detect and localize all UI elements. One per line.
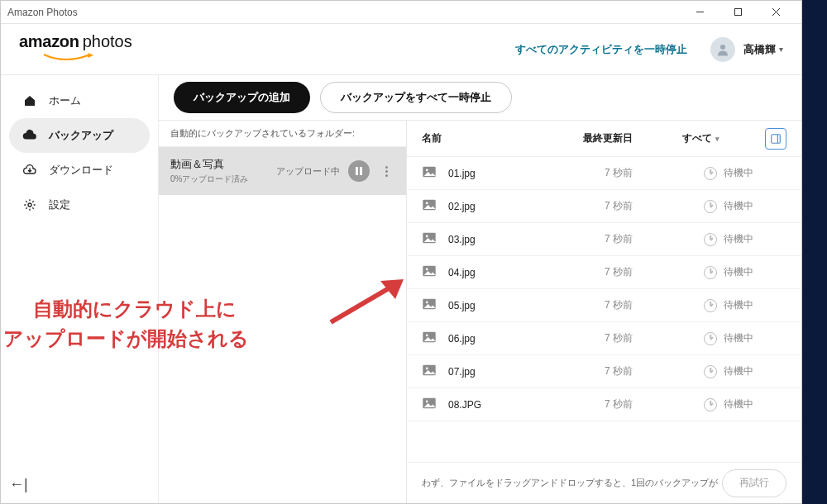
folder-panel: 自動的にバックアップされているフォルダー: 動画＆写真 0%アップロード済み ア… xyxy=(159,121,407,503)
smile-icon xyxy=(42,53,95,63)
cloud-icon xyxy=(22,128,37,143)
clock-icon xyxy=(704,233,717,246)
brand-photos: photos xyxy=(83,32,132,51)
svg-point-25 xyxy=(426,401,428,403)
pause-folder-button[interactable] xyxy=(348,160,370,182)
folder-more-button[interactable] xyxy=(378,166,394,177)
file-list-header: 名前 最終更新日 すべて ▾ xyxy=(407,121,801,157)
svg-point-23 xyxy=(426,368,428,370)
image-icon xyxy=(422,364,440,378)
image-icon xyxy=(422,331,440,345)
sidebar: ホーム バックアップ ダウンロード 設定 xyxy=(1,75,158,503)
file-row[interactable]: 04.jpg7 秒前待機中 xyxy=(407,256,801,289)
file-row[interactable]: 05.jpg7 秒前待機中 xyxy=(407,289,801,322)
chevron-down-icon[interactable]: ▾ xyxy=(779,45,783,54)
file-status: 待機中 xyxy=(704,331,786,345)
retry-button[interactable]: 再試行 xyxy=(722,469,786,497)
file-status: 待機中 xyxy=(704,265,786,279)
file-status: 待機中 xyxy=(704,397,786,411)
file-date: 7 秒前 xyxy=(605,397,704,411)
close-button[interactable] xyxy=(757,1,795,24)
file-status: 待機中 xyxy=(704,199,786,213)
file-date: 7 秒前 xyxy=(605,364,704,378)
sidebar-item-download[interactable]: ダウンロード xyxy=(9,153,150,188)
clock-icon xyxy=(704,266,717,279)
column-date[interactable]: 最終更新日 xyxy=(583,131,682,145)
panel-icon xyxy=(770,133,782,145)
file-name: 07.jpg xyxy=(448,366,605,378)
file-row[interactable]: 01.jpg7 秒前待機中 xyxy=(407,157,801,190)
home-icon xyxy=(22,93,37,108)
file-name: 02.jpg xyxy=(448,201,605,212)
sidebar-item-home[interactable]: ホーム xyxy=(9,83,150,118)
maximize-button[interactable] xyxy=(719,1,757,24)
add-backup-button[interactable]: バックアップの追加 xyxy=(174,82,310,113)
svg-point-11 xyxy=(426,169,428,172)
file-name: 08.JPG xyxy=(448,399,605,411)
maximize-icon xyxy=(734,7,743,17)
svg-rect-7 xyxy=(360,167,362,175)
titlebar: Amazon Photos xyxy=(1,1,801,24)
avatar[interactable] xyxy=(710,37,735,62)
header: amazon photos すべてのアクティビティを一時停止 高橋輝 ▾ xyxy=(1,24,801,75)
column-status-filter[interactable]: すべて ▾ xyxy=(682,131,765,145)
clock-icon xyxy=(704,167,717,180)
clock-icon xyxy=(704,200,717,213)
svg-rect-1 xyxy=(734,9,741,16)
file-row[interactable]: 07.jpg7 秒前待機中 xyxy=(407,355,801,388)
gear-icon xyxy=(22,197,37,212)
clock-icon xyxy=(704,398,717,411)
column-name[interactable]: 名前 xyxy=(422,131,583,145)
file-row[interactable]: 02.jpg7 秒前待機中 xyxy=(407,190,801,223)
image-icon xyxy=(422,265,440,279)
svg-point-4 xyxy=(720,45,725,50)
file-row[interactable]: 06.jpg7 秒前待機中 xyxy=(407,322,801,355)
file-name: 03.jpg xyxy=(448,234,605,245)
svg-point-13 xyxy=(426,202,428,205)
file-name: 05.jpg xyxy=(448,300,605,311)
sidebar-item-settings[interactable]: 設定 xyxy=(9,188,150,222)
folder-status: アップロード中 xyxy=(276,165,340,178)
footer-hint: わず、ファイルをドラッグアンドドロップすると、1回のバックアップが xyxy=(422,477,722,489)
file-date: 7 秒前 xyxy=(605,232,704,246)
username[interactable]: 高橋輝 xyxy=(743,42,776,57)
file-row[interactable]: 08.JPG7 秒前待機中 xyxy=(407,388,801,421)
image-icon xyxy=(422,397,440,411)
footer: わず、ファイルをドラッグアンドドロップすると、1回のバックアップが 再試行 xyxy=(407,462,801,503)
file-name: 04.jpg xyxy=(448,267,605,278)
svg-point-21 xyxy=(426,335,428,337)
pause-all-link[interactable]: すべてのアクティビティを一時停止 xyxy=(515,42,687,57)
avatar-icon xyxy=(715,42,730,57)
image-icon xyxy=(422,298,440,312)
dots-icon xyxy=(385,166,388,169)
file-status: 待機中 xyxy=(704,364,786,378)
minimize-button[interactable] xyxy=(681,1,719,24)
panel-toggle-button[interactable] xyxy=(765,128,786,150)
pause-icon xyxy=(355,167,363,175)
svg-point-19 xyxy=(426,302,428,304)
pause-all-backups-button[interactable]: バックアップをすべて一時停止 xyxy=(320,82,512,113)
clock-icon xyxy=(704,299,717,312)
file-date: 7 秒前 xyxy=(605,331,704,345)
sidebar-item-backup[interactable]: バックアップ xyxy=(9,118,150,153)
file-name: 06.jpg xyxy=(448,333,605,345)
file-date: 7 秒前 xyxy=(605,166,704,180)
file-row[interactable]: 03.jpg7 秒前待機中 xyxy=(407,223,801,256)
close-icon xyxy=(772,7,781,17)
file-date: 7 秒前 xyxy=(605,298,704,312)
brand-amazon: amazon xyxy=(19,32,79,51)
file-date: 7 秒前 xyxy=(605,199,704,213)
svg-point-5 xyxy=(28,203,31,207)
folder-row[interactable]: 動画＆写真 0%アップロード済み アップロード中 xyxy=(159,147,406,195)
clock-icon xyxy=(704,332,717,345)
svg-point-17 xyxy=(426,269,428,271)
file-panel: 名前 最終更新日 すべて ▾ 01.jpg7 秒前待機中02.jpg7 秒前待機… xyxy=(407,121,801,503)
image-icon xyxy=(422,199,440,213)
minimize-icon xyxy=(696,7,705,17)
sidebar-item-label: ダウンロード xyxy=(49,163,113,178)
image-icon xyxy=(422,232,440,246)
collapse-icon: ←| xyxy=(9,476,28,492)
sidebar-collapse-button[interactable]: ←| xyxy=(9,476,28,493)
svg-rect-6 xyxy=(356,167,358,175)
download-icon xyxy=(22,163,37,178)
